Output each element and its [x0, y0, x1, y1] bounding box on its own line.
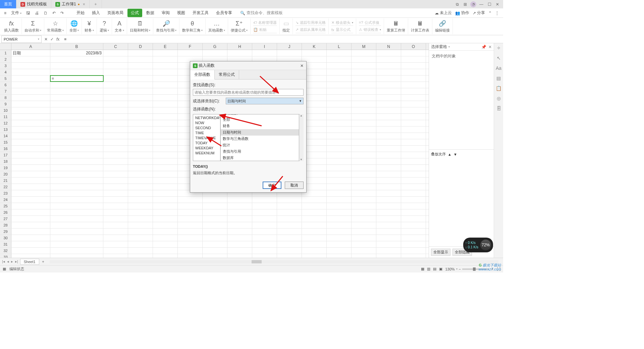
menu-review[interactable]: 审阅: [158, 9, 173, 17]
cell[interactable]: [376, 127, 401, 133]
menu-dev[interactable]: 开发工具: [189, 9, 212, 17]
row-header[interactable]: 6: [0, 82, 11, 88]
cell[interactable]: [352, 241, 376, 247]
tab-home[interactable]: 首页: [0, 0, 16, 8]
cell[interactable]: [327, 235, 352, 241]
cell[interactable]: [327, 165, 352, 171]
cell[interactable]: [401, 216, 426, 222]
cell[interactable]: [128, 222, 153, 228]
cell[interactable]: [376, 203, 401, 209]
view-pagebreak-icon[interactable]: ▥: [427, 267, 430, 271]
cell[interactable]: [103, 190, 128, 196]
cell[interactable]: [352, 171, 376, 177]
cell[interactable]: [11, 120, 50, 126]
cell[interactable]: [302, 241, 327, 247]
cell[interactable]: [352, 190, 376, 196]
cell[interactable]: [227, 254, 252, 258]
hamburger-icon[interactable]: ≡: [2, 10, 8, 16]
cell[interactable]: [153, 82, 178, 88]
cell[interactable]: [153, 69, 178, 75]
cell[interactable]: [103, 158, 128, 164]
row-header[interactable]: 18: [0, 158, 11, 164]
cell[interactable]: [103, 178, 128, 184]
cell[interactable]: =: [50, 76, 103, 82]
cell[interactable]: [153, 101, 178, 107]
cell[interactable]: [103, 76, 128, 82]
cell[interactable]: [302, 248, 327, 254]
cell[interactable]: [153, 63, 178, 69]
cell[interactable]: [128, 101, 153, 107]
cell[interactable]: [11, 197, 50, 203]
row-header[interactable]: 22: [0, 184, 11, 190]
category-item[interactable]: 日期与时间: [221, 129, 299, 136]
cell[interactable]: [352, 88, 376, 94]
cell[interactable]: [376, 88, 401, 94]
cell[interactable]: [11, 158, 50, 164]
cell[interactable]: [103, 165, 128, 171]
cell[interactable]: [352, 139, 376, 145]
avatar[interactable]: ◔: [470, 1, 477, 8]
cell[interactable]: [352, 216, 376, 222]
cell[interactable]: [302, 254, 327, 258]
cell[interactable]: [128, 248, 153, 254]
cell[interactable]: [401, 184, 426, 190]
cell[interactable]: [227, 50, 252, 56]
function-list-scrollbar[interactable]: [300, 114, 304, 161]
cell[interactable]: [327, 146, 352, 152]
cell[interactable]: [352, 158, 376, 164]
cell[interactable]: [227, 197, 252, 203]
btn-math-fn[interactable]: θ数学和三角▾: [179, 18, 206, 34]
row-header[interactable]: 13: [0, 127, 11, 133]
cell[interactable]: [327, 178, 352, 184]
cell[interactable]: [277, 222, 302, 228]
cell[interactable]: [401, 254, 426, 258]
cell[interactable]: [103, 50, 128, 56]
row-header[interactable]: 25: [0, 203, 11, 209]
collapse-ribbon-icon[interactable]: ⌃: [488, 11, 492, 15]
cell[interactable]: [103, 56, 128, 62]
cell[interactable]: [11, 127, 50, 133]
cell[interactable]: [252, 241, 277, 247]
row-header[interactable]: 3: [0, 63, 11, 69]
cell[interactable]: [50, 63, 103, 69]
cell[interactable]: [401, 127, 426, 133]
cell[interactable]: [50, 190, 103, 196]
cell[interactable]: [153, 56, 178, 62]
tab-workbook[interactable]: S工作簿1●×: [51, 0, 90, 8]
cell[interactable]: [11, 216, 50, 222]
reading-layout-icon[interactable]: ⧉: [453, 1, 461, 8]
cell[interactable]: [277, 229, 302, 235]
move-down-icon[interactable]: ▼: [453, 152, 457, 156]
cell[interactable]: [50, 114, 103, 120]
cell[interactable]: [227, 248, 252, 254]
col-header[interactable]: M: [352, 43, 376, 50]
cell[interactable]: [50, 216, 103, 222]
function-item[interactable]: TIMEVALUE: [195, 136, 218, 140]
cell[interactable]: [50, 171, 103, 177]
col-header[interactable]: N: [376, 43, 401, 50]
close-icon[interactable]: ×: [83, 2, 85, 7]
cell[interactable]: [103, 88, 128, 94]
cell[interactable]: [352, 76, 376, 82]
cell[interactable]: [128, 63, 153, 69]
cell[interactable]: [203, 229, 227, 235]
cell[interactable]: [327, 248, 352, 254]
cell[interactable]: [153, 120, 178, 126]
cell[interactable]: [50, 101, 103, 107]
cell[interactable]: [401, 165, 426, 171]
cell[interactable]: [103, 241, 128, 247]
cell[interactable]: [252, 254, 277, 258]
cell[interactable]: [128, 50, 153, 56]
cell[interactable]: [153, 50, 178, 56]
cell[interactable]: [128, 82, 153, 88]
cell[interactable]: [50, 184, 103, 190]
cell[interactable]: [277, 241, 302, 247]
cell[interactable]: [153, 235, 178, 241]
dialog-tab-all[interactable]: 全部函数: [190, 70, 215, 80]
cell[interactable]: [401, 235, 426, 241]
cell[interactable]: [11, 178, 50, 184]
cell[interactable]: [103, 184, 128, 190]
cell[interactable]: [401, 139, 426, 145]
cell[interactable]: [376, 222, 401, 228]
cell[interactable]: [302, 197, 327, 203]
